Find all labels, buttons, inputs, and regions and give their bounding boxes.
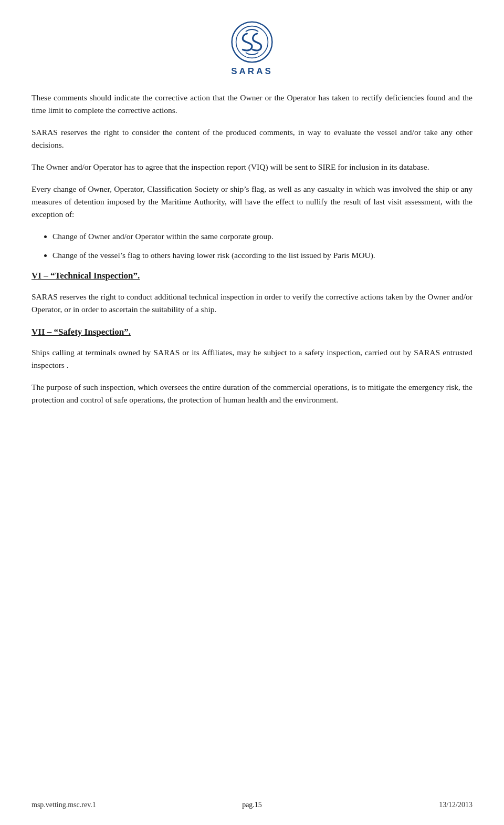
paragraph-3: The Owner and/or Operator has to agree t… [32, 161, 472, 173]
bullet-item-2: Change of the vessel’s flag to others ha… [52, 249, 472, 262]
saras-logo-icon [231, 21, 273, 63]
svg-point-1 [236, 26, 268, 58]
footer-right: 13/12/2013 [439, 801, 472, 809]
svg-point-0 [232, 22, 272, 63]
footer-left: msp.vetting.msc.rev.1 [32, 801, 96, 809]
section-7-heading: VII – “Safety Inspection”. [32, 325, 472, 339]
bullet-list: Change of Owner and/or Operator within t… [52, 230, 472, 262]
paragraph-6: Ships calling at terminals owned by SARA… [32, 346, 472, 372]
paragraph-2: SARAS reserves the right to consider the… [32, 126, 472, 151]
logo-text: SARAS [231, 66, 273, 77]
bullet-item-1: Change of Owner and/or Operator within t… [52, 230, 472, 243]
section-6-heading: VI – “Technical Inspection”. [32, 269, 472, 283]
page: SARAS These comments should indicate the… [0, 0, 504, 825]
paragraph-4: Every change of Owner, Operator, Classif… [32, 183, 472, 221]
paragraph-7: The purpose of such inspection, which ov… [32, 381, 472, 406]
footer-page: pag.15 [242, 801, 262, 809]
footer-center: pag.15 [242, 801, 262, 809]
document-content: These comments should indicate the corre… [32, 91, 472, 406]
logo-area: SARAS [32, 21, 472, 77]
paragraph-5: SARAS reserves the right to conduct addi… [32, 291, 472, 316]
paragraph-1: These comments should indicate the corre… [32, 91, 472, 117]
